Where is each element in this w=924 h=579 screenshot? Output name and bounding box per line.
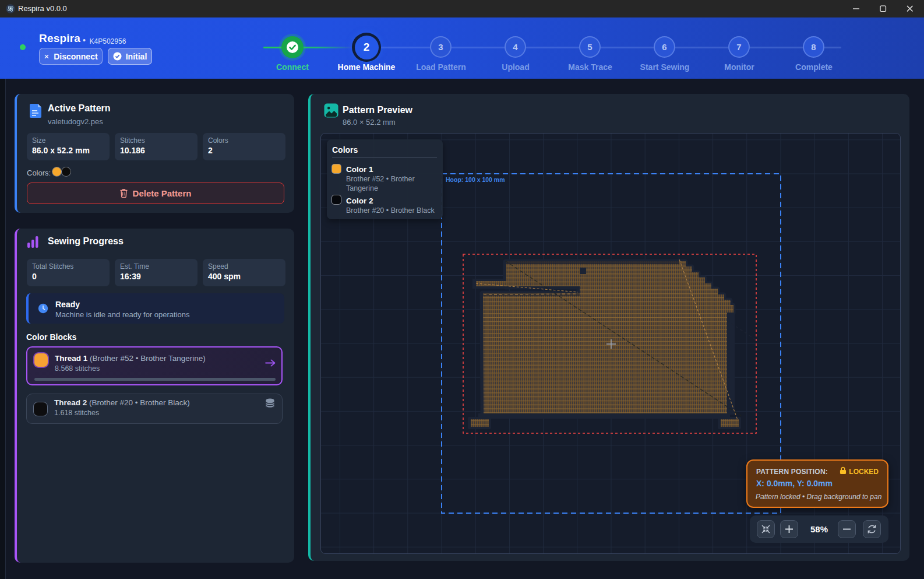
svg-text:Hoop: 100 x 100 mm: Hoop: 100 x 100 mm	[446, 176, 505, 183]
